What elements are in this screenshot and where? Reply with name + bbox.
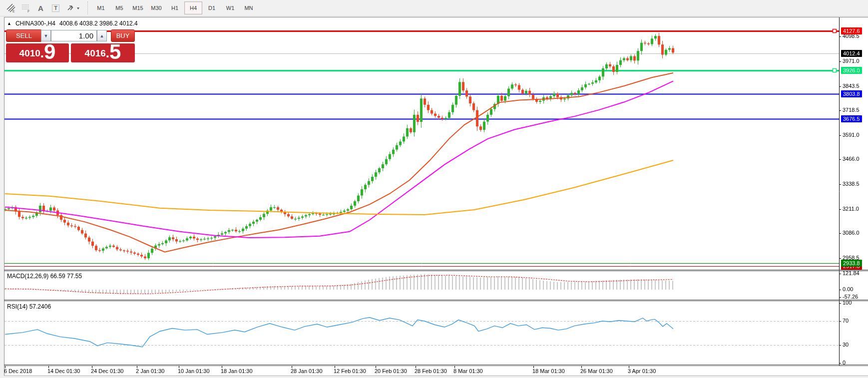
price-line-badge: 3676.5 xyxy=(841,115,862,122)
rsi-indicator-label: RSI(14) 57.2406 xyxy=(7,303,51,310)
ask-price-dot: . xyxy=(106,44,109,62)
main-macd-separator-line2 xyxy=(4,271,868,271)
price-line-badge: 3926.0 xyxy=(841,67,862,74)
price-line-badge: 4127.6 xyxy=(841,27,862,34)
time-axis-label: 26 Mar 01:30 xyxy=(580,368,613,374)
chart-window-left-border xyxy=(4,17,4,376)
ask-price-pip: 5 xyxy=(109,42,121,62)
chevron-up-icon: ▲ xyxy=(100,33,104,38)
price-axis-tick: 3338.5 xyxy=(843,181,860,187)
chevron-down-icon: ▼ xyxy=(44,33,48,38)
macd-indicator-label: MACD(12,26,9) 66.59 77.55 xyxy=(7,273,82,280)
time-axis-label: 20 Feb 01:30 xyxy=(375,368,407,374)
macd-axis-tick: 0.00 xyxy=(843,286,853,292)
price-line-badge: 2933.8 xyxy=(841,260,862,267)
volume-increase-button[interactable]: ▲ xyxy=(97,30,107,41)
chart-window-top-border xyxy=(4,17,868,17)
ask-price-main: 4016 xyxy=(85,45,106,62)
macd-axis-tick: -57.26 xyxy=(843,294,858,300)
sell-button[interactable]: SELL xyxy=(6,29,42,42)
price-axis-tick: 3718.5 xyxy=(843,107,860,113)
ask-price-tile[interactable]: 4016 . 5 xyxy=(71,43,135,62)
time-axis-label: 24 Dec 01:30 xyxy=(91,368,123,374)
bid-price-main: 4010 xyxy=(19,45,40,62)
price-axis-tick: 3086.0 xyxy=(843,230,860,236)
time-axis-label: 28 Jan 01:30 xyxy=(291,368,323,374)
rsi-timeaxis-separator-line2 xyxy=(4,366,868,366)
status-strip xyxy=(0,376,868,378)
price-axis-tick: 3971.0 xyxy=(843,58,860,64)
bid-price-pip: 9 xyxy=(44,42,55,62)
trading-platform-window: E F A T M1M5M15M30H1H4D1W1MN xyxy=(0,0,868,378)
time-axis-label: 18 Mar 01:30 xyxy=(532,368,565,374)
macd-rsi-separator-line2 xyxy=(4,301,868,301)
price-line-badge: 3803.8 xyxy=(841,90,862,97)
macd-axis-tick: 121.84 xyxy=(843,270,860,276)
bid-price-tile[interactable]: 4010 . 9 xyxy=(6,43,69,62)
macd-rsi-separator[interactable] xyxy=(4,300,868,300)
price-axis-tick: 3466.0 xyxy=(843,156,860,162)
rsi-timeaxis-separator[interactable] xyxy=(4,365,868,365)
time-axis-label: 2 Jan 01:30 xyxy=(136,368,165,374)
price-axis-tick: 3591.0 xyxy=(843,132,860,138)
rsi-axis-tick: 100 xyxy=(843,300,852,306)
time-axis-label: 18 Jan 01:30 xyxy=(221,368,253,374)
collapse-arrow-icon[interactable]: ▲ xyxy=(7,21,11,26)
time-axis-label: 12 Feb 01:30 xyxy=(334,368,366,374)
rsi-axis-tick: 30 xyxy=(843,342,849,348)
time-axis-label: 6 Dec 2018 xyxy=(4,368,32,374)
ohlc-values: 4008.6 4038.2 3986.2 4012.4 xyxy=(59,20,138,27)
price-axis-tick: 3211.0 xyxy=(843,206,859,212)
price-line-badge: 4012.4 xyxy=(841,50,862,57)
time-axis-label: 10 Jan 01:30 xyxy=(178,368,210,374)
price-axis-tick: 3843.5 xyxy=(843,83,860,89)
time-axis-label: 3 Apr 01:30 xyxy=(628,368,656,374)
volume-input[interactable] xyxy=(51,30,97,41)
time-axis-label: 28 Feb 01:30 xyxy=(415,368,447,374)
rsi-axis-tick: 0 xyxy=(843,360,846,366)
time-axis-label: 8 Mar 01:30 xyxy=(453,368,483,374)
symbol-info-line: ▲ CHINA300-,H4 4008.6 4038.2 3986.2 4012… xyxy=(7,20,138,27)
rsi-axis-tick: 70 xyxy=(843,318,849,324)
symbol-timeframe-label: CHINA300-,H4 xyxy=(15,20,55,27)
time-axis-label: 14 Dec 01:30 xyxy=(47,368,80,374)
bid-price-dot: . xyxy=(40,44,44,62)
one-click-trade-panel: SELL ▼ ▲ BUY 4010 . 9 4016 . 5 xyxy=(6,29,135,62)
main-macd-separator[interactable] xyxy=(4,270,868,270)
